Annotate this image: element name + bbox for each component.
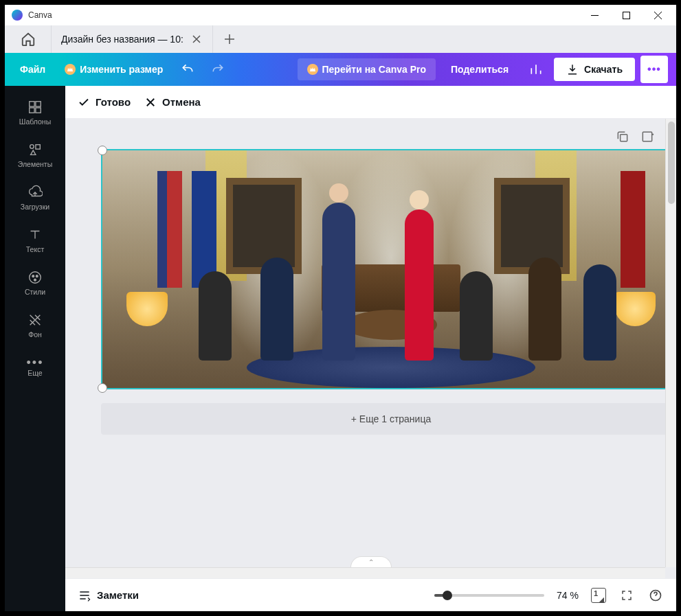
maximize-button[interactable] — [610, 5, 642, 25]
sidebar-item-uploads[interactable]: Загрузки — [5, 176, 65, 219]
sidebar: Шаблоны Элементы Загрузки Текст Стили Фо… — [5, 86, 65, 611]
crop-toolbar: Готово Отмена — [65, 86, 676, 119]
crop-done-button[interactable]: Готово — [78, 96, 131, 109]
main-toolbar: Файл Изменить размер Перейти на Canva Pr… — [5, 53, 676, 86]
resize-label: Изменить размер — [80, 64, 163, 75]
svg-rect-12 — [643, 132, 651, 141]
notes-label: Заметки — [97, 589, 139, 601]
download-label: Скачать — [584, 64, 623, 75]
crown-icon — [65, 64, 76, 75]
add-page-button[interactable] — [640, 130, 654, 146]
sidebar-item-more[interactable]: ••• Еще — [5, 347, 65, 389]
svg-rect-6 — [36, 145, 40, 149]
crop-cancel-button[interactable]: Отмена — [144, 96, 201, 109]
x-icon — [144, 96, 157, 109]
upgrade-pro-button[interactable]: Перейти на Canva Pro — [298, 58, 436, 80]
tab-title: Дизайн без названия — 10: — [61, 34, 183, 45]
svg-rect-11 — [621, 135, 627, 141]
text-icon — [27, 227, 43, 242]
svg-point-8 — [32, 275, 34, 277]
zoom-slider[interactable] — [434, 594, 544, 597]
pro-label: Перейти на Canva Pro — [322, 64, 427, 75]
notes-icon — [78, 589, 91, 602]
templates-icon — [27, 100, 43, 115]
sidebar-label: Фон — [28, 330, 42, 339]
more-icon: ••• — [27, 359, 44, 366]
close-icon[interactable] — [190, 33, 203, 45]
cancel-label: Отмена — [162, 96, 201, 108]
resize-handle-bl[interactable] — [98, 383, 107, 393]
notes-button[interactable]: Заметки — [78, 589, 139, 602]
undo-button[interactable] — [175, 57, 200, 82]
check-icon — [78, 96, 90, 109]
svg-rect-3 — [30, 108, 34, 113]
redo-button[interactable] — [205, 57, 230, 82]
sidebar-label: Еще — [27, 369, 42, 377]
canva-logo-icon — [12, 10, 23, 21]
add-page-label: + Еще 1 страница — [351, 413, 431, 424]
duplicate-page-button[interactable] — [616, 130, 629, 146]
file-menu[interactable]: Файл — [13, 58, 52, 80]
tab-design[interactable]: Дизайн без названия — 10: — [52, 25, 213, 53]
close-button[interactable] — [642, 5, 673, 25]
crown-icon — [307, 64, 318, 75]
sidebar-label: Элементы — [18, 160, 52, 168]
minimize-button[interactable] — [579, 5, 610, 25]
svg-point-5 — [30, 145, 34, 149]
resize-button[interactable]: Изменить размер — [58, 58, 170, 80]
sidebar-item-styles[interactable]: Стили — [5, 262, 65, 304]
home-button[interactable] — [5, 25, 52, 53]
canvas-image[interactable] — [102, 150, 676, 388]
expand-pages-button[interactable]: ⌃ — [350, 556, 392, 567]
more-menu-button[interactable]: ••• — [640, 56, 668, 83]
sidebar-label: Шаблоны — [19, 117, 51, 126]
new-tab-button[interactable] — [213, 25, 246, 53]
tabs-row: Дизайн без названия — 10: — [5, 25, 676, 53]
sidebar-label: Текст — [26, 245, 44, 253]
sidebar-label: Загрузки — [21, 203, 49, 211]
page-list-button[interactable]: 1 ◢ — [591, 588, 606, 603]
canvas-area[interactable]: + Еще 1 страница ⌃ — [65, 119, 676, 578]
sidebar-label: Стили — [25, 288, 45, 296]
background-icon — [27, 312, 43, 328]
titlebar: Canva — [5, 5, 676, 25]
sidebar-item-elements[interactable]: Элементы — [5, 134, 65, 176]
svg-rect-2 — [36, 102, 41, 106]
svg-rect-0 — [623, 12, 629, 19]
svg-point-9 — [36, 275, 38, 277]
svg-point-10 — [34, 279, 36, 281]
share-button[interactable]: Поделиться — [441, 58, 518, 80]
svg-point-7 — [30, 272, 41, 284]
resize-handle-tl[interactable] — [98, 146, 107, 155]
vertical-scrollbar[interactable] — [665, 119, 676, 567]
selection-frame[interactable] — [101, 149, 676, 389]
zoom-thumb[interactable] — [443, 591, 452, 600]
download-icon — [566, 63, 579, 76]
uploads-icon — [27, 185, 43, 200]
styles-icon — [27, 270, 43, 285]
footer-bar: Заметки 74 % 1 ◢ — [65, 578, 676, 611]
svg-rect-1 — [30, 102, 34, 106]
horizontal-scrollbar[interactable] — [65, 567, 665, 578]
download-button[interactable]: Скачать — [554, 58, 635, 81]
help-button[interactable] — [647, 587, 664, 604]
fullscreen-button[interactable] — [618, 587, 635, 604]
sidebar-item-background[interactable]: Фон — [5, 304, 65, 347]
zoom-level[interactable]: 74 % — [557, 590, 579, 601]
svg-rect-4 — [36, 108, 41, 113]
app-title: Canva — [28, 10, 52, 20]
sidebar-item-text[interactable]: Текст — [5, 219, 65, 262]
elements-icon — [27, 142, 43, 157]
done-label: Готово — [96, 96, 131, 108]
analytics-button[interactable] — [524, 57, 548, 82]
sidebar-item-templates[interactable]: Шаблоны — [5, 91, 65, 134]
add-page-bar[interactable]: + Еще 1 страница — [101, 403, 676, 435]
